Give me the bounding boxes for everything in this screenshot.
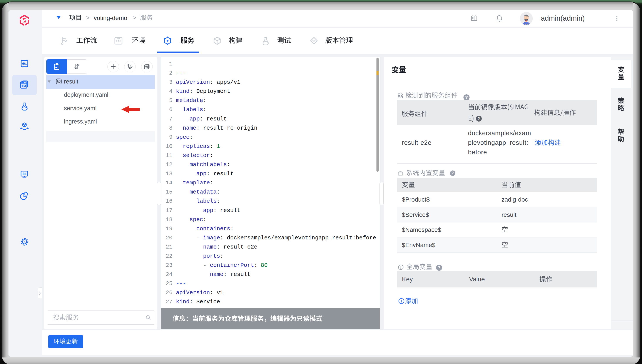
- svg-text:Z: Z: [24, 240, 26, 244]
- svg-text:PM: PM: [22, 84, 26, 88]
